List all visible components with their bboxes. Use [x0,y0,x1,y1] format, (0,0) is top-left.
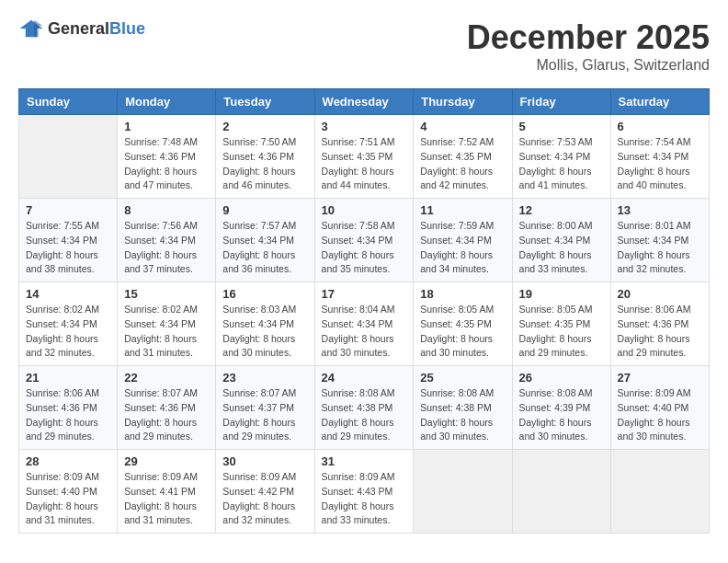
calendar-week-row: 14Sunrise: 8:02 AMSunset: 4:34 PMDayligh… [19,282,710,366]
calendar-table: Sunday Monday Tuesday Wednesday Thursday… [18,88,710,534]
page-header: GeneralBlue December 2025 Mollis, Glarus… [18,18,710,74]
day-info: Sunrise: 8:02 AMSunset: 4:34 PMDaylight:… [26,303,110,361]
day-info: Sunrise: 7:51 AMSunset: 4:35 PMDaylight:… [322,135,407,193]
table-row: 7Sunrise: 7:55 AMSunset: 4:34 PMDaylight… [19,199,118,282]
day-number: 7 [26,203,110,217]
day-number: 30 [222,454,307,468]
table-row: 21Sunrise: 8:06 AMSunset: 4:36 PMDayligh… [19,366,118,450]
day-info: Sunrise: 8:09 AMSunset: 4:41 PMDaylight:… [124,470,209,528]
day-info: Sunrise: 7:59 AMSunset: 4:34 PMDaylight:… [420,219,505,277]
day-info: Sunrise: 7:54 AMSunset: 4:34 PMDaylight:… [618,135,702,193]
day-number: 18 [420,287,505,301]
day-number: 11 [420,203,505,217]
table-row: 10Sunrise: 7:58 AMSunset: 4:34 PMDayligh… [314,199,414,282]
calendar-week-row: 1Sunrise: 7:48 AMSunset: 4:36 PMDaylight… [19,115,710,199]
day-number: 1 [124,120,209,133]
day-number: 2 [222,120,307,133]
table-row: 19Sunrise: 8:05 AMSunset: 4:35 PMDayligh… [512,282,610,366]
day-number: 24 [322,371,407,385]
day-info: Sunrise: 7:58 AMSunset: 4:34 PMDaylight:… [322,219,407,277]
day-number: 6 [618,120,702,133]
table-row [19,115,118,199]
table-row: 13Sunrise: 8:01 AMSunset: 4:34 PMDayligh… [610,199,709,282]
day-info: Sunrise: 8:06 AMSunset: 4:36 PMDaylight:… [618,303,702,361]
day-info: Sunrise: 8:05 AMSunset: 4:35 PMDaylight:… [420,303,505,361]
location-subtitle: Mollis, Glarus, Switzerland [467,57,710,74]
calendar-week-row: 7Sunrise: 7:55 AMSunset: 4:34 PMDaylight… [19,199,710,282]
table-row: 9Sunrise: 7:57 AMSunset: 4:34 PMDaylight… [216,199,314,282]
day-number: 16 [222,287,307,301]
table-row: 4Sunrise: 7:52 AMSunset: 4:35 PMDaylight… [414,115,512,199]
day-info: Sunrise: 7:53 AMSunset: 4:34 PMDaylight:… [519,135,604,193]
table-row: 2Sunrise: 7:50 AMSunset: 4:36 PMDaylight… [216,115,314,199]
table-row: 30Sunrise: 8:09 AMSunset: 4:42 PMDayligh… [216,450,314,534]
day-info: Sunrise: 8:06 AMSunset: 4:36 PMDaylight:… [26,386,110,444]
col-friday: Friday [512,89,610,115]
day-number: 15 [124,287,209,301]
table-row: 8Sunrise: 7:56 AMSunset: 4:34 PMDaylight… [118,199,216,282]
day-info: Sunrise: 8:02 AMSunset: 4:34 PMDaylight:… [124,303,209,361]
day-number: 13 [618,203,702,217]
table-row: 27Sunrise: 8:09 AMSunset: 4:40 PMDayligh… [610,366,709,450]
month-title: December 2025 [467,18,710,57]
day-info: Sunrise: 7:56 AMSunset: 4:34 PMDaylight:… [124,219,209,277]
day-number: 23 [222,371,307,385]
table-row: 11Sunrise: 7:59 AMSunset: 4:34 PMDayligh… [414,199,512,282]
table-row [610,450,709,534]
day-number: 10 [322,203,407,217]
table-row: 18Sunrise: 8:05 AMSunset: 4:35 PMDayligh… [414,282,512,366]
col-tuesday: Tuesday [216,89,314,115]
logo-icon [18,18,44,39]
day-info: Sunrise: 8:08 AMSunset: 4:38 PMDaylight:… [322,386,407,444]
day-number: 22 [124,371,209,385]
day-number: 28 [26,454,110,468]
day-number: 5 [519,120,604,133]
table-row: 6Sunrise: 7:54 AMSunset: 4:34 PMDaylight… [610,115,709,199]
day-number: 12 [519,203,604,217]
day-number: 17 [322,287,407,301]
day-info: Sunrise: 8:09 AMSunset: 4:40 PMDaylight:… [26,470,110,528]
table-row: 15Sunrise: 8:02 AMSunset: 4:34 PMDayligh… [118,282,216,366]
day-number: 31 [322,454,407,468]
table-row: 20Sunrise: 8:06 AMSunset: 4:36 PMDayligh… [610,282,709,366]
day-info: Sunrise: 7:57 AMSunset: 4:34 PMDaylight:… [222,219,307,277]
table-row: 25Sunrise: 8:08 AMSunset: 4:38 PMDayligh… [414,366,512,450]
table-row: 17Sunrise: 8:04 AMSunset: 4:34 PMDayligh… [314,282,414,366]
logo-text: GeneralBlue [48,19,145,39]
calendar-header-row: Sunday Monday Tuesday Wednesday Thursday… [19,89,710,115]
col-wednesday: Wednesday [314,89,414,115]
col-thursday: Thursday [414,89,512,115]
day-number: 8 [124,203,209,217]
day-number: 26 [519,371,604,385]
table-row: 29Sunrise: 8:09 AMSunset: 4:41 PMDayligh… [118,450,216,534]
table-row: 24Sunrise: 8:08 AMSunset: 4:38 PMDayligh… [314,366,414,450]
table-row: 28Sunrise: 8:09 AMSunset: 4:40 PMDayligh… [19,450,118,534]
calendar-week-row: 28Sunrise: 8:09 AMSunset: 4:40 PMDayligh… [19,450,710,534]
day-number: 3 [322,120,407,133]
svg-marker-0 [20,20,43,38]
table-row [512,450,610,534]
day-info: Sunrise: 8:01 AMSunset: 4:34 PMDaylight:… [618,219,702,277]
col-sunday: Sunday [19,89,118,115]
calendar-week-row: 21Sunrise: 8:06 AMSunset: 4:36 PMDayligh… [19,366,710,450]
day-info: Sunrise: 8:09 AMSunset: 4:42 PMDaylight:… [222,470,307,528]
table-row: 26Sunrise: 8:08 AMSunset: 4:39 PMDayligh… [512,366,610,450]
day-number: 21 [26,371,110,385]
table-row: 14Sunrise: 8:02 AMSunset: 4:34 PMDayligh… [19,282,118,366]
day-info: Sunrise: 7:50 AMSunset: 4:36 PMDaylight:… [222,135,307,193]
table-row: 16Sunrise: 8:03 AMSunset: 4:34 PMDayligh… [216,282,314,366]
day-number: 29 [124,454,209,468]
table-row: 12Sunrise: 8:00 AMSunset: 4:34 PMDayligh… [512,199,610,282]
day-info: Sunrise: 8:09 AMSunset: 4:43 PMDaylight:… [322,470,407,528]
col-monday: Monday [118,89,216,115]
day-info: Sunrise: 8:07 AMSunset: 4:36 PMDaylight:… [124,386,209,444]
table-row: 23Sunrise: 8:07 AMSunset: 4:37 PMDayligh… [216,366,314,450]
day-info: Sunrise: 7:48 AMSunset: 4:36 PMDaylight:… [124,135,209,193]
day-number: 25 [420,371,505,385]
logo: GeneralBlue [18,18,145,39]
title-block: December 2025 Mollis, Glarus, Switzerlan… [467,18,710,74]
day-info: Sunrise: 8:04 AMSunset: 4:34 PMDaylight:… [322,303,407,361]
table-row: 5Sunrise: 7:53 AMSunset: 4:34 PMDaylight… [512,115,610,199]
table-row: 31Sunrise: 8:09 AMSunset: 4:43 PMDayligh… [314,450,414,534]
day-info: Sunrise: 8:05 AMSunset: 4:35 PMDaylight:… [519,303,604,361]
